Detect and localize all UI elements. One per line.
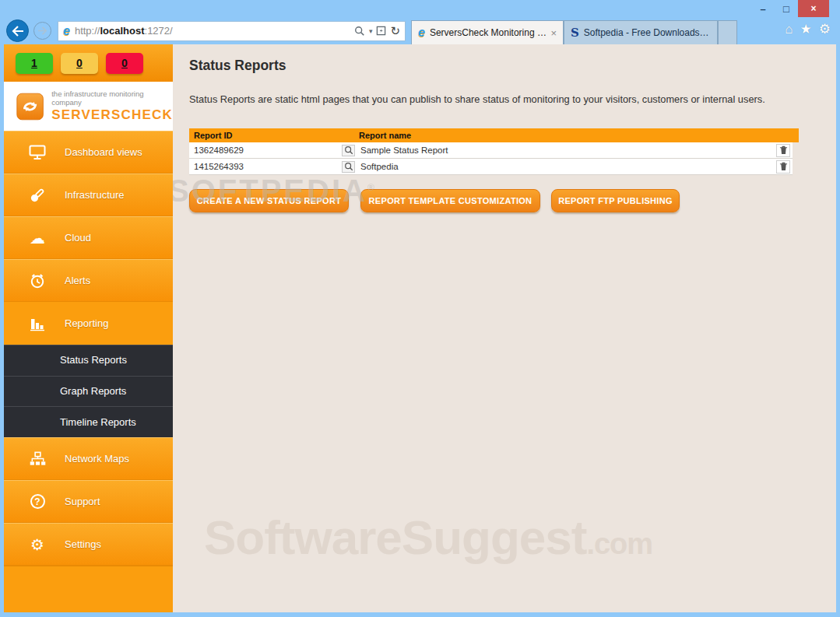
error-count-badge[interactable]: 0 (106, 53, 143, 74)
ie-favicon-icon: e (418, 26, 425, 40)
logo-brand: SERVERSCHECK (51, 107, 173, 123)
view-report-button[interactable] (342, 161, 355, 173)
thermometer-icon (28, 186, 47, 205)
table-header: Report ID Report name (189, 128, 799, 142)
alarm-clock-icon (28, 272, 47, 290)
tools-gear-icon[interactable]: ⚙ (819, 21, 831, 37)
report-name-cell: Softpedia (360, 162, 776, 171)
delete-report-button[interactable] (776, 144, 790, 157)
report-id-cell: 1415264393 (189, 162, 342, 171)
url-text[interactable]: http://localhost:1272/ (75, 25, 350, 37)
ok-count-badge[interactable]: 1 (16, 53, 53, 74)
softwaresuggest-watermark: SoftwareSuggest.com (204, 510, 652, 565)
action-buttons: CREATE A NEW STATUS REPORT REPORT TEMPLA… (189, 189, 836, 212)
column-report-name: Report name (359, 131, 799, 140)
sidebar-item-dashboard-views[interactable]: Dashboard views (4, 131, 173, 174)
refresh-icon[interactable]: ↻ (390, 24, 400, 38)
status-badges: 1 0 0 (4, 44, 173, 82)
forward-arrow-icon (37, 26, 47, 35)
gear-icon: ⚙ (30, 537, 44, 552)
sidebar-subitem-timeline-reports[interactable]: Timeline Reports (4, 406, 173, 437)
monitor-icon (28, 144, 47, 161)
trash-icon (779, 145, 788, 155)
maximize-button[interactable]: □ (775, 0, 798, 17)
browser-window: – □ × e http://localhost:1272/ ▾ ↻ e Ser… (0, 0, 840, 617)
view-report-button[interactable] (342, 145, 355, 156)
tab-softpedia[interactable]: S Softpedia - Free Downloads En... (564, 20, 718, 44)
serverscheck-logo: the infrastructure monitoring company SE… (4, 82, 173, 131)
question-icon: ? (30, 494, 45, 509)
magnifier-icon (344, 162, 353, 171)
sidebar-filler (4, 566, 173, 612)
delete-report-button[interactable] (776, 160, 790, 174)
forward-button[interactable] (33, 22, 51, 40)
warning-count-badge[interactable]: 0 (61, 53, 98, 74)
minimize-button[interactable]: – (751, 0, 775, 17)
home-icon[interactable]: ⌂ (785, 22, 793, 37)
create-status-report-button[interactable]: CREATE A NEW STATUS REPORT (189, 189, 349, 212)
new-tab-button[interactable] (718, 20, 737, 44)
sidebar-subitem-status-reports[interactable]: Status Reports (4, 345, 173, 376)
table-row: 1415264393 Softpedia (189, 159, 793, 175)
compatibility-view-icon[interactable] (376, 26, 386, 36)
bar-chart-icon (29, 315, 46, 332)
ie-icon: e (63, 24, 70, 38)
logo-tagline: the infrastructure monitoring company (51, 89, 173, 107)
reports-table: Report ID Report name 1362489629 Sample … (189, 128, 799, 175)
sidebar-item-settings[interactable]: ⚙ Settings (4, 523, 173, 566)
table-row: 1362489629 Sample Status Report (189, 142, 793, 159)
close-button[interactable]: × (798, 0, 829, 17)
softpedia-favicon-icon: S (571, 26, 579, 40)
main-content: Status Reports Status Reports are static… (173, 44, 836, 612)
network-icon (29, 450, 47, 468)
serverscheck-logo-icon (16, 91, 44, 122)
tab-label: Softpedia - Free Downloads En... (584, 27, 711, 38)
search-icon[interactable] (354, 26, 365, 37)
report-template-customization-button[interactable]: REPORT TEMPLATE CUSTOMIZATION (360, 189, 540, 212)
page-description: Status Reports are static html pages tha… (189, 93, 820, 105)
back-button[interactable] (6, 19, 29, 42)
search-dropdown-icon[interactable]: ▾ (369, 27, 373, 35)
report-name-cell: Sample Status Report (360, 145, 776, 155)
favorites-star-icon[interactable]: ★ (800, 21, 812, 37)
trash-icon (779, 162, 788, 171)
report-ftp-publishing-button[interactable]: REPORT FTP PUBLISHING (551, 189, 680, 212)
report-id-cell: 1362489629 (189, 145, 342, 155)
sidebar-subitem-graph-reports[interactable]: Graph Reports (4, 376, 173, 407)
tab-label: ServersCheck Monitoring S... (430, 27, 548, 38)
cloud-icon: ☁ (30, 230, 45, 246)
sidebar-item-support[interactable]: ? Support (4, 480, 173, 523)
sidebar-item-alerts[interactable]: Alerts (4, 259, 173, 302)
address-bar[interactable]: e http://localhost:1272/ ▾ ↻ (58, 21, 406, 41)
browser-toolbar: e http://localhost:1272/ ▾ ↻ e ServersCh… (0, 17, 840, 44)
column-report-id: Report ID (189, 131, 359, 140)
tab-serverscheck[interactable]: e ServersCheck Monitoring S... × (411, 20, 564, 44)
title-bar: – □ × (0, 0, 840, 17)
sidebar-item-cloud[interactable]: ☁ Cloud (4, 216, 173, 259)
sidebar-item-infrastructure[interactable]: Infrastructure (4, 174, 173, 216)
magnifier-icon (344, 145, 353, 155)
sidebar: 1 0 0 the infrastructure monitoring comp… (4, 44, 173, 612)
sidebar-item-reporting[interactable]: Reporting (4, 302, 173, 345)
sidebar-item-network-maps[interactable]: Network Maps (4, 437, 173, 480)
close-tab-icon[interactable]: × (550, 27, 557, 39)
back-arrow-icon (12, 26, 24, 37)
page-title: Status Reports (189, 58, 836, 74)
tab-bar: e ServersCheck Monitoring S... × S Softp… (411, 17, 737, 44)
